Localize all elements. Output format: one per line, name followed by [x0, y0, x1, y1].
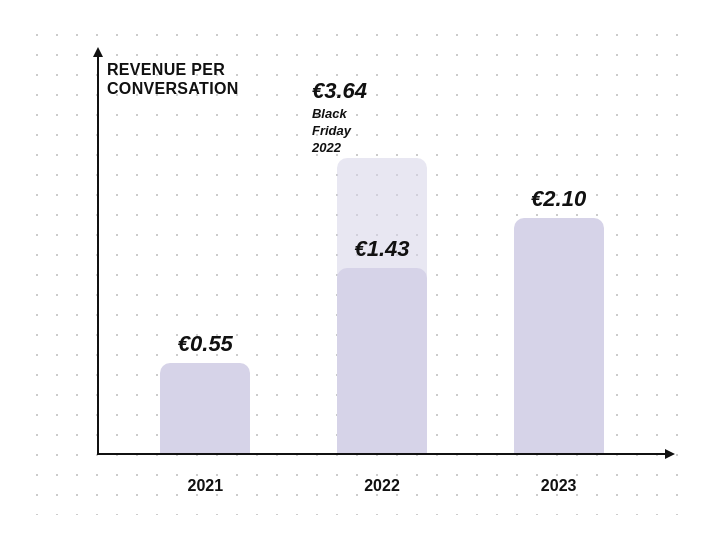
- bar-group-2023: €2.10: [514, 186, 604, 453]
- bar-value-2023: €2.10: [531, 186, 586, 212]
- bar-group-2021: €0.55: [160, 331, 250, 453]
- bar-group-2022: €3.64 Black Friday 2022 €1.43: [337, 236, 427, 453]
- chart-container: REVENUE PER CONVERSATION €0.55 €3.64 Bla…: [27, 25, 687, 515]
- x-axis-arrow: [665, 449, 675, 459]
- x-label-2022: 2022: [337, 477, 427, 495]
- y-axis: [97, 55, 99, 455]
- bar-2022: [337, 268, 427, 453]
- bars-area: €0.55 €3.64 Black Friday 2022 €1.43 €: [97, 55, 667, 453]
- bar-2021: [160, 363, 250, 453]
- bf-label-line2: Friday: [312, 123, 351, 138]
- chart-title-line1: REVENUE PER: [107, 60, 239, 79]
- bar-2023: [514, 218, 604, 453]
- y-axis-arrow: [93, 47, 103, 57]
- x-label-2021: 2021: [160, 477, 250, 495]
- x-labels: 2021 2022 2023: [97, 477, 667, 495]
- chart-title: REVENUE PER CONVERSATION: [107, 60, 239, 98]
- bar-value-2021: €0.55: [178, 331, 233, 357]
- x-label-2023: 2023: [514, 477, 604, 495]
- bf-label-line3: 2022: [312, 140, 341, 155]
- x-axis: [97, 453, 667, 455]
- bar-value-2022: €1.43: [354, 236, 409, 262]
- bf-label-line1: Black: [312, 106, 347, 121]
- chart-title-line2: CONVERSATION: [107, 79, 239, 98]
- bf-annotation: Black Friday 2022: [312, 106, 452, 157]
- bf-value: €3.64: [312, 78, 452, 104]
